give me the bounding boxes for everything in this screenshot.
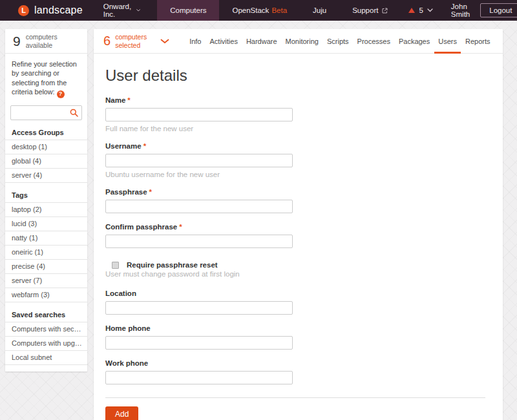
sidebar-header: 9 computers available: [5, 29, 87, 54]
logout-button[interactable]: Logout: [480, 3, 517, 17]
required-asterisk: *: [127, 96, 130, 104]
brand-name: landscape: [34, 5, 83, 16]
user-details-form: User details Name*Full name for the new …: [94, 54, 503, 420]
sidebar-sections: Access Groupsdesktop (1)global (4)server…: [5, 126, 87, 365]
user-name[interactable]: John Smith: [441, 3, 480, 18]
refine-text-label: Refine your selection by searching or se…: [12, 60, 77, 96]
help-icon[interactable]: ?: [57, 90, 65, 98]
computers-available-count: 9: [13, 34, 21, 49]
nav-item-support[interactable]: Support: [339, 0, 401, 21]
tab-processes[interactable]: Processes: [353, 29, 394, 54]
form-divider: [105, 397, 485, 398]
field-passphrase: Passphrase*: [105, 188, 491, 213]
main-header: 6 computers selected InfoActivitiesHardw…: [94, 29, 503, 54]
checkbox-row: Require passphrase reset: [105, 261, 491, 269]
form-fields: Name*Full name for the new userUsername*…: [105, 96, 491, 384]
chevron-down-icon: [160, 39, 169, 44]
landscape-logo[interactable]: L landscape: [0, 0, 92, 21]
field-username: Username*Ubuntu username for the new use…: [105, 142, 491, 178]
landscape-logo-icon: L: [18, 5, 29, 16]
tab-activities[interactable]: Activities: [206, 29, 242, 54]
field-home-phone: Home phone: [105, 324, 491, 350]
field-helper: User must change password at first login: [105, 270, 491, 278]
sidebar: 9 computers available Refine your select…: [5, 29, 87, 372]
sidebar-section-tags: Tagslaptop (2)lucid (3)natty (1)oneiric …: [5, 189, 87, 302]
alerts-count: 5: [419, 6, 423, 14]
refine-text: Refine your selection by searching or se…: [5, 54, 87, 103]
nav-item-openstack[interactable]: OpenStackBeta: [219, 0, 300, 21]
field-require-passphrase-reset: Require passphrase resetUser must change…: [105, 261, 491, 278]
computers-available-label: computers available: [26, 33, 66, 48]
selection-dropdown[interactable]: 6 computers selected: [94, 33, 169, 48]
field-work-phone: Work phone: [105, 359, 491, 384]
sidebar-item-server-7[interactable]: server (7): [5, 274, 87, 288]
navbar-right: 5 John Smith Logout: [401, 0, 517, 21]
main-tabs: InfoActivitiesHardwareMonitoringScriptsP…: [185, 29, 503, 54]
page-title: User details: [105, 67, 491, 85]
required-asterisk: *: [179, 223, 182, 231]
require-passphrase-reset-checkbox[interactable]: [112, 262, 119, 269]
tab-users[interactable]: Users: [434, 29, 461, 54]
home-phone-input[interactable]: [105, 336, 293, 350]
sidebar-body: Refine your selection by searching or se…: [5, 54, 87, 372]
nav-item-label: OpenStack: [232, 6, 269, 14]
nav-item-label: Support: [352, 6, 378, 14]
sidebar-item-precise-4[interactable]: precise (4): [5, 260, 87, 274]
nav-item-label: Computers: [170, 6, 206, 14]
tab-info[interactable]: Info: [185, 29, 206, 54]
sidebar-section-saved-searches: Saved searchesComputers with securit…Com…: [5, 308, 87, 365]
sidebar-section-title: Access Groups: [5, 126, 87, 140]
search-icon[interactable]: [70, 109, 78, 117]
field-location: Location: [105, 289, 491, 315]
sidebar-section-access-groups: Access Groupsdesktop (1)global (4)server…: [5, 126, 87, 183]
nav-item-computers[interactable]: Computers: [157, 0, 219, 21]
field-label: Location: [105, 289, 491, 297]
field-label: Passphrase*: [105, 188, 491, 196]
sidebar-item-server-4[interactable]: server (4): [5, 169, 87, 183]
checkbox-label[interactable]: Require passphrase reset: [127, 261, 218, 269]
sidebar-item-webfarm-3[interactable]: webfarm (3): [5, 288, 87, 302]
field-label: Name*: [105, 96, 491, 104]
alerts-menu[interactable]: 5: [401, 6, 440, 14]
tab-monitoring[interactable]: Monitoring: [281, 29, 322, 54]
sidebar-item-desktop-1[interactable]: desktop (1): [5, 140, 87, 154]
sidebar-section-title: Tags: [5, 189, 87, 203]
required-asterisk: *: [143, 142, 146, 150]
sidebar-item-lucid-3[interactable]: lucid (3): [5, 217, 87, 231]
external-link-icon: [382, 8, 388, 14]
org-name: Onward, Inc.: [103, 3, 133, 18]
sidebar-item-natty-1[interactable]: natty (1): [5, 231, 87, 246]
field-name: Name*Full name for the new user: [105, 96, 491, 132]
beta-badge: Beta: [271, 6, 287, 14]
tab-packages[interactable]: Packages: [394, 29, 434, 54]
sidebar-section-title: Saved searches: [5, 308, 87, 322]
field-label: Username*: [105, 142, 491, 150]
sidebar-item-computers-with-securit[interactable]: Computers with securit…: [5, 322, 87, 337]
sidebar-item-computers-with-upgrades[interactable]: Computers with upgrades: [5, 337, 87, 351]
location-input[interactable]: [105, 301, 293, 315]
name-input[interactable]: [105, 108, 293, 121]
search-box: [10, 105, 82, 120]
field-label: Confirm passphrase*: [105, 223, 491, 231]
required-asterisk: *: [149, 188, 152, 196]
add-button[interactable]: Add: [105, 406, 138, 420]
nav-item-juju[interactable]: Juju: [300, 0, 339, 21]
username-input[interactable]: [105, 154, 293, 167]
org-menu[interactable]: Onward, Inc.: [92, 0, 157, 21]
navbar-items: ComputersOpenStackBetaJujuSupport: [157, 0, 401, 21]
tab-reports[interactable]: Reports: [461, 29, 494, 54]
sidebar-item-global-4[interactable]: global (4): [5, 154, 87, 169]
passphrase-input[interactable]: [105, 200, 293, 213]
chevron-down-icon: [136, 8, 140, 12]
sidebar-item-oneiric-1[interactable]: oneiric (1): [5, 246, 87, 260]
tab-hardware[interactable]: Hardware: [242, 29, 281, 54]
sidebar-item-local-subnet[interactable]: Local subnet: [5, 351, 87, 365]
sidebar-item-laptop-2[interactable]: laptop (2): [5, 203, 87, 217]
alert-triangle-icon: [408, 8, 415, 13]
top-navbar: L landscape Onward, Inc. ComputersOpenSt…: [0, 0, 517, 21]
confirm-passphrase-input[interactable]: [105, 235, 293, 248]
tab-scripts[interactable]: Scripts: [322, 29, 353, 54]
chevron-down-icon: [427, 8, 433, 12]
work-phone-input[interactable]: [105, 371, 293, 384]
nav-item-label: Juju: [313, 6, 326, 14]
